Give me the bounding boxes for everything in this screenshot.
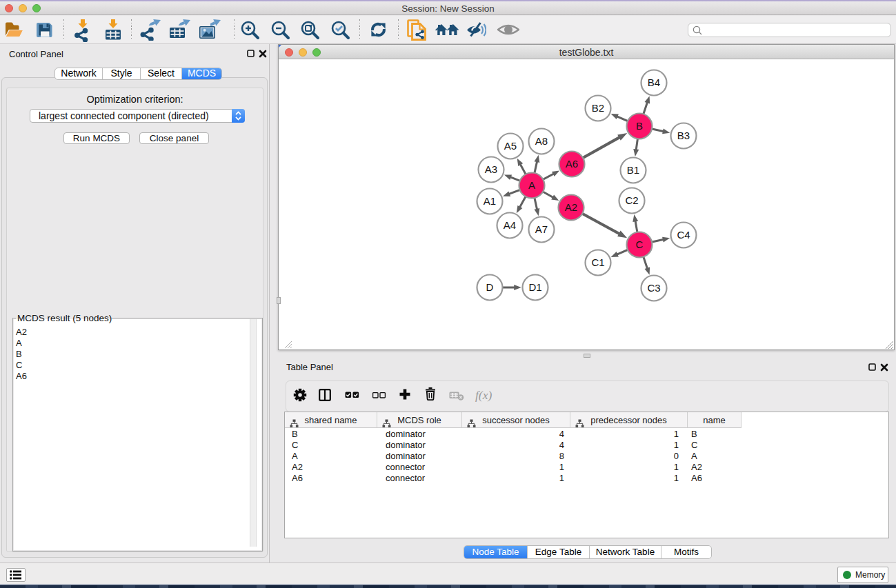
svg-text:B4: B4 — [648, 77, 660, 88]
svg-text:A4: A4 — [504, 219, 516, 231]
svg-text:C4: C4 — [677, 229, 690, 241]
svg-text:A7: A7 — [535, 223, 548, 235]
svg-text:C: C — [636, 239, 644, 250]
svg-text:A2: A2 — [565, 201, 577, 213]
svg-text:A1: A1 — [484, 195, 496, 207]
svg-text:C2: C2 — [625, 194, 638, 206]
svg-text:B3: B3 — [677, 130, 690, 141]
svg-text:A6: A6 — [566, 158, 578, 170]
svg-text:C1: C1 — [591, 256, 604, 268]
svg-text:B2: B2 — [592, 102, 604, 114]
svg-text:B1: B1 — [627, 164, 639, 176]
svg-text:C3: C3 — [647, 282, 660, 294]
svg-text:B: B — [636, 120, 643, 132]
svg-text:A3: A3 — [485, 163, 497, 175]
svg-text:A5: A5 — [504, 140, 517, 152]
svg-text:D: D — [486, 281, 494, 293]
svg-text:A8: A8 — [535, 135, 548, 147]
svg-text:D1: D1 — [528, 281, 541, 293]
svg-text:A: A — [528, 179, 535, 191]
